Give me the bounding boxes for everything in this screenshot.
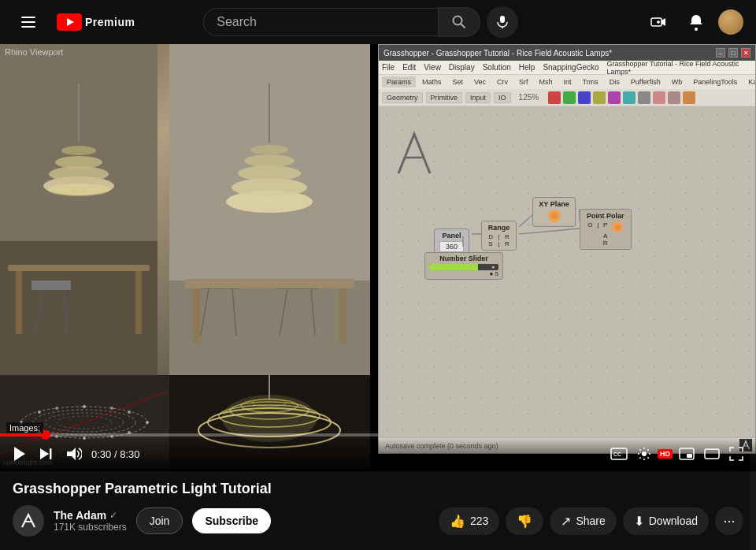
tab-msh[interactable]: Msh bbox=[535, 76, 558, 87]
svg-point-33 bbox=[244, 154, 295, 167]
svg-rect-9 bbox=[651, 18, 662, 26]
mic-button[interactable] bbox=[487, 6, 518, 38]
youtube-logo[interactable]: Premium bbox=[57, 13, 135, 31]
toolbar-primitive[interactable]: Primitive bbox=[426, 92, 463, 103]
download-icon: ⬇ bbox=[634, 514, 644, 529]
search-bar bbox=[203, 6, 518, 38]
rhino-viewport-label: Rhino Viewport bbox=[5, 47, 63, 57]
dislike-icon: 👎 bbox=[517, 514, 532, 529]
action-buttons: 👍 223 👎 ↗ Share ⬇ Download ··· bbox=[439, 507, 743, 535]
toolbar-icon-8[interactable] bbox=[653, 91, 665, 104]
channel-avatar[interactable] bbox=[13, 505, 44, 537]
point-polar-node[interactable]: Point Polar O|P A R bbox=[580, 209, 632, 250]
grasshopper-canvas[interactable]: Panel 360 Range D|R S|R XY Plane bbox=[379, 106, 755, 437]
play-button[interactable] bbox=[9, 443, 30, 465]
toolbar-icon-4[interactable] bbox=[593, 91, 606, 104]
close-button[interactable]: ✕ bbox=[741, 48, 750, 58]
tab-int[interactable]: Int bbox=[559, 76, 576, 87]
toolbar-io[interactable]: IO bbox=[494, 92, 511, 103]
minimize-button[interactable]: – bbox=[716, 48, 725, 58]
controls-bar: 0:30 / 8:30 CC HD bbox=[0, 437, 756, 471]
tab-kangaroo[interactable]: Kangaroo2 bbox=[743, 76, 755, 87]
video-player[interactable]: Rhino Viewport bbox=[0, 44, 756, 471]
tab-wb[interactable]: Wb bbox=[667, 76, 687, 87]
tab-vec[interactable]: Vec bbox=[469, 76, 491, 87]
menu-help[interactable]: Help bbox=[519, 63, 536, 72]
create-button[interactable] bbox=[643, 6, 674, 38]
top-navigation: Premium bbox=[0, 0, 756, 44]
toolbar-icon-7[interactable] bbox=[638, 91, 650, 104]
search-button[interactable] bbox=[439, 7, 480, 37]
share-button[interactable]: ↗ Share bbox=[550, 507, 616, 535]
point-polar-label: Point Polar bbox=[587, 212, 624, 220]
menu-edit[interactable]: Edit bbox=[402, 63, 416, 72]
panel-node[interactable]: Panel 360 bbox=[434, 229, 469, 255]
svg-point-24 bbox=[47, 184, 110, 196]
hamburger-menu-button[interactable] bbox=[13, 6, 44, 38]
theater-button[interactable] bbox=[701, 445, 723, 463]
toolbar-icon-10[interactable] bbox=[683, 91, 695, 104]
subscribe-button[interactable]: Subscribe bbox=[192, 508, 271, 533]
panel-label: Panel bbox=[439, 232, 464, 240]
tab-srf[interactable]: Srf bbox=[514, 76, 533, 87]
grasshopper-title-bar: Grasshopper - Grasshopper Tutorial - Ric… bbox=[379, 45, 755, 61]
right-controls: CC HD bbox=[607, 444, 747, 464]
avatar[interactable] bbox=[718, 9, 743, 35]
menu-file[interactable]: File bbox=[382, 63, 395, 72]
svg-rect-2 bbox=[21, 26, 35, 28]
svg-rect-43 bbox=[193, 288, 201, 344]
tab-dis[interactable]: Dis bbox=[605, 76, 624, 87]
settings-button[interactable] bbox=[634, 444, 654, 464]
gh-logo bbox=[391, 130, 438, 177]
tab-params[interactable]: Params bbox=[382, 76, 416, 87]
svg-rect-88 bbox=[705, 449, 719, 459]
download-button[interactable]: ⬇ Download bbox=[623, 507, 709, 535]
volume-button[interactable] bbox=[63, 444, 85, 464]
toolbar-icon-2[interactable] bbox=[563, 91, 576, 104]
dislike-button[interactable]: 👎 bbox=[506, 507, 543, 535]
menu-solution[interactable]: Solution bbox=[483, 63, 511, 72]
tab-set[interactable]: Set bbox=[448, 76, 469, 87]
maximize-button[interactable]: □ bbox=[728, 48, 738, 58]
tab-paneling[interactable]: PanelingTools bbox=[688, 76, 742, 87]
menu-snapping[interactable]: SnappingGecko bbox=[543, 63, 598, 72]
channel-row: The Adam ✓ 171K subscribers Join Subscri… bbox=[13, 505, 743, 537]
like-button[interactable]: 👍 223 bbox=[439, 507, 499, 535]
svg-rect-16 bbox=[8, 265, 150, 271]
subtitles-button[interactable]: CC bbox=[607, 444, 631, 463]
toolbar-geometry[interactable]: Geometry bbox=[382, 92, 423, 103]
tab-crv[interactable]: Crv bbox=[492, 76, 513, 87]
toolbar-icon-3[interactable] bbox=[578, 91, 591, 104]
notifications-button[interactable] bbox=[680, 6, 712, 38]
quality-badge: HD bbox=[658, 449, 673, 459]
channel-name-row: The Adam ✓ bbox=[54, 509, 127, 522]
toolbar-icon-1[interactable] bbox=[548, 91, 561, 104]
fullscreen-button[interactable] bbox=[726, 444, 747, 464]
join-button[interactable]: Join bbox=[136, 507, 183, 534]
range-node[interactable]: Range D|R S|R bbox=[481, 221, 517, 251]
xy-plane-node[interactable]: XY Plane bbox=[532, 197, 576, 227]
toolbar-icon-6[interactable] bbox=[623, 91, 636, 104]
range-label: Range bbox=[487, 224, 511, 232]
miniplayer-button[interactable] bbox=[676, 444, 698, 463]
toolbar-input[interactable]: Input bbox=[465, 92, 491, 103]
menu-display[interactable]: Display bbox=[449, 63, 475, 72]
svg-rect-44 bbox=[339, 288, 346, 344]
channel-name[interactable]: The Adam bbox=[54, 509, 106, 522]
svg-point-34 bbox=[250, 145, 288, 154]
tab-trms[interactable]: Trms bbox=[578, 76, 603, 87]
toolbar-icon-5[interactable] bbox=[608, 91, 621, 104]
zoom-level: 125% bbox=[519, 93, 539, 102]
svg-line-75 bbox=[519, 229, 580, 234]
tab-maths[interactable]: Maths bbox=[417, 76, 447, 87]
more-options-button[interactable]: ··· bbox=[715, 507, 743, 535]
menu-view[interactable]: View bbox=[424, 63, 441, 72]
toolbar-icon-9[interactable] bbox=[668, 91, 680, 104]
search-input[interactable] bbox=[204, 9, 438, 35]
svg-point-52 bbox=[83, 405, 86, 408]
images-label: Images: bbox=[6, 422, 43, 433]
svg-marker-82 bbox=[67, 448, 76, 460]
next-button[interactable] bbox=[36, 444, 57, 464]
tab-pufferfish[interactable]: Pufferfish bbox=[626, 76, 665, 87]
number-slider-node[interactable]: Number Slider ◂ ● 5 bbox=[424, 252, 503, 280]
